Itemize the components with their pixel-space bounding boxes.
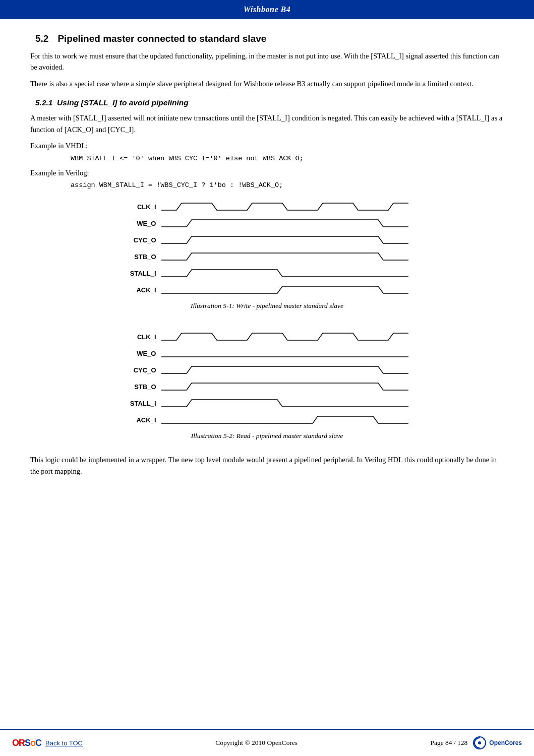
wave-svg-acki2 xyxy=(161,412,408,427)
example-vhdl-label: Example in VHDL: xyxy=(30,140,504,151)
orsoc-or: OR xyxy=(12,738,25,748)
opencores-logo: OpenCores xyxy=(472,736,522,750)
wave-svg-cyco2 xyxy=(161,362,408,377)
wave-label-clk2: CLK_I xyxy=(126,333,161,341)
wave-svg-stalli2 xyxy=(161,396,408,411)
wave-svg-acki1 xyxy=(161,282,408,297)
wave-row-cyco1: CYC_O xyxy=(126,232,408,247)
section-5-2-body2: There is also a special case where a sim… xyxy=(30,78,504,89)
footer-left: ORSoC Back to TOC xyxy=(12,738,83,748)
opencores-label: OpenCores xyxy=(489,739,522,746)
subsection-body1: A master with [STALL_I] asserted will no… xyxy=(30,112,504,135)
wave-svg-stalli1 xyxy=(161,266,408,281)
footer-right: Page 84 / 128 OpenCores xyxy=(430,736,522,750)
wave-svg-we1 xyxy=(161,216,408,231)
section-5-2-title: 5.2Pipelined master connected to standar… xyxy=(30,33,504,44)
wave-label-cyco2: CYC_O xyxy=(126,366,161,374)
svg-point-1 xyxy=(478,741,481,744)
example-verilog-code: assign WBM_STALL_I = !WBS_CYC_I ? 1'bo :… xyxy=(71,181,504,189)
wave-label-stbo1: STB_O xyxy=(126,253,161,261)
diagram1-container: CLK_I WE_O CYC_O STB_O xyxy=(30,199,504,319)
subsection-5-2-1-heading: Using [STALL_I] to avoid pipelining xyxy=(57,98,189,107)
wave-svg-we2 xyxy=(161,346,408,361)
wave-svg-cyco1 xyxy=(161,232,408,247)
example-vhdl-code: WBM_STALL_I <= '0' when WBS_CYC_I='0' el… xyxy=(71,155,504,162)
wave-label-stalli2: STALL_I xyxy=(126,400,161,407)
wave-row-stbo1: STB_O xyxy=(126,249,408,264)
wave-row-we2: WE_O xyxy=(126,346,408,361)
orsoc-logo: ORSoC xyxy=(12,738,41,748)
wave-label-stbo2: STB_O xyxy=(126,383,161,391)
wave-label-acki2: ACK_I xyxy=(126,416,161,424)
wave-row-cyco2: CYC_O xyxy=(126,362,408,377)
main-content: 5.2Pipelined master connected to standar… xyxy=(0,19,534,729)
header-title: Wishbone B4 xyxy=(244,5,290,14)
diagram2-caption: Illustration 5-2: Read - pipelined maste… xyxy=(191,432,343,440)
wave-svg-clk2 xyxy=(161,329,408,344)
opencores-icon xyxy=(472,736,487,750)
wave-svg-clk1 xyxy=(161,199,408,214)
wave-label-we1: WE_O xyxy=(126,220,161,227)
diagram2-waveform: CLK_I WE_O CYC_O STB_O xyxy=(126,329,408,429)
section-5-2-number: 5.2 xyxy=(35,33,48,44)
orsoc-soc: S xyxy=(25,738,30,748)
section-5-2-heading: Pipelined master connected to standard s… xyxy=(57,33,266,44)
diagram2-container: CLK_I WE_O CYC_O STB_O xyxy=(30,329,504,449)
wave-row-clk2: CLK_I xyxy=(126,329,408,344)
subsection-5-2-1-number: 5.2.1 xyxy=(35,98,52,107)
wave-row-stalli1: STALL_I xyxy=(126,266,408,281)
wave-svg-stbo2 xyxy=(161,379,408,394)
back-to-toc-link[interactable]: Back to TOC xyxy=(45,739,83,747)
wave-svg-stbo1 xyxy=(161,249,408,264)
page-info: Page 84 / 128 xyxy=(430,739,467,747)
wave-row-clk1: CLK_I xyxy=(126,199,408,214)
conclusion-text: This logic could be implemented in a wra… xyxy=(30,454,504,477)
wave-row-acki1: ACK_I xyxy=(126,282,408,297)
diagram1-caption: Illustration 5-1: Write - pipelined mast… xyxy=(191,302,343,310)
subsection-5-2-1-title: 5.2.1 Using [STALL_I] to avoid pipelinin… xyxy=(30,98,504,107)
footer-bar: ORSoC Back to TOC Copyright © 2010 OpenC… xyxy=(0,729,534,756)
header-bar: Wishbone B4 xyxy=(0,0,534,19)
wave-row-stbo2: STB_O xyxy=(126,379,408,394)
wave-label-cyco1: CYC_O xyxy=(126,236,161,244)
diagram1-waveform: CLK_I WE_O CYC_O STB_O xyxy=(126,199,408,299)
wave-label-acki1: ACK_I xyxy=(126,286,161,294)
wave-row-we1: WE_O xyxy=(126,216,408,231)
orsoc-soc2: C xyxy=(35,738,41,748)
orsoc-c: o xyxy=(30,738,35,748)
section-5-2-body1: For this to work we must ensure that the… xyxy=(30,50,504,73)
wave-label-we2: WE_O xyxy=(126,350,161,357)
wave-label-stalli1: STALL_I xyxy=(126,270,161,277)
wave-row-acki2: ACK_I xyxy=(126,412,408,427)
footer-copyright: Copyright © 2010 OpenCores xyxy=(215,739,298,747)
wave-label-clk1: CLK_I xyxy=(126,203,161,211)
wave-row-stalli2: STALL_I xyxy=(126,396,408,411)
example-verilog-label: Example in Verilog: xyxy=(30,167,504,178)
